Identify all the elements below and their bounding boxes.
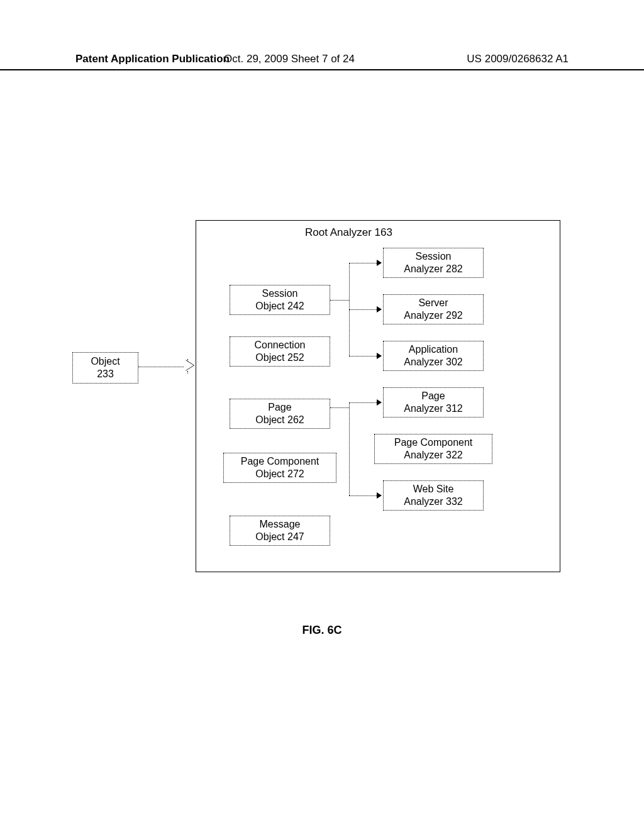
connection-object-text: Connection Object 252 (255, 339, 306, 364)
page-object-box: Page Object 262 (230, 399, 330, 429)
left-object-box: Object 233 (72, 352, 138, 384)
connector-vertical (349, 402, 350, 495)
server-analyzer-box: Server Analyzer 292 (383, 294, 484, 324)
arrowhead-icon (377, 492, 382, 499)
open-arrowhead-icon (184, 359, 196, 372)
web-site-analyzer-box: Web Site Analyzer 332 (383, 480, 484, 511)
page-analyzer-box: Page Analyzer 312 (383, 387, 484, 418)
page-header: Patent Application Publication Oct. 29, … (0, 53, 644, 70)
page-component-object-text: Page Component Object 272 (241, 455, 319, 480)
arrowhead-icon (377, 306, 382, 313)
diagram-canvas: Object 233 Root Analyzer 163 Session Obj… (72, 220, 575, 578)
connector (349, 263, 377, 263)
arrow-notch (187, 371, 188, 374)
arrowhead-icon (377, 353, 382, 359)
connector-line (138, 367, 184, 367)
arrowhead-icon (377, 399, 382, 406)
connector (330, 407, 349, 408)
page-component-analyzer-box: Page Component Analyzer 322 (374, 434, 492, 464)
session-analyzer-box: Session Analyzer 282 (383, 248, 484, 278)
application-analyzer-box: Application Analyzer 302 (383, 341, 484, 371)
left-object-text: Object 233 (91, 355, 119, 380)
arrow-notch (187, 359, 188, 362)
header-left: Patent Application Publication (75, 53, 230, 65)
message-object-text: Message Object 247 (255, 518, 304, 543)
application-analyzer-text: Application Analyzer 302 (404, 343, 462, 368)
session-object-text: Session Object 242 (255, 287, 304, 313)
connection-object-box: Connection Object 252 (230, 336, 330, 367)
web-site-analyzer-text: Web Site Analyzer 332 (404, 483, 462, 508)
header-right: US 2009/0268632 A1 (467, 53, 569, 65)
arrowhead-icon (377, 260, 382, 266)
header-mid: Oct. 29, 2009 Sheet 7 of 24 (224, 53, 355, 65)
connector (349, 402, 377, 403)
connector (349, 309, 377, 310)
page-component-analyzer-text: Page Component Analyzer 322 (394, 436, 473, 462)
connector (349, 356, 377, 357)
server-analyzer-text: Server Analyzer 292 (404, 297, 462, 322)
root-analyzer-label: Root Analyzer 163 (305, 226, 392, 239)
message-object-box: Message Object 247 (230, 516, 330, 546)
session-analyzer-text: Session Analyzer 282 (404, 250, 462, 275)
page-component-object-box: Page Component Object 272 (223, 453, 336, 483)
connector (349, 495, 377, 496)
session-object-box: Session Object 242 (230, 285, 330, 315)
page-object-text: Page Object 262 (255, 401, 304, 426)
connector (330, 300, 349, 301)
figure-caption: FIG. 6C (0, 624, 644, 637)
page-analyzer-text: Page Analyzer 312 (404, 390, 462, 415)
